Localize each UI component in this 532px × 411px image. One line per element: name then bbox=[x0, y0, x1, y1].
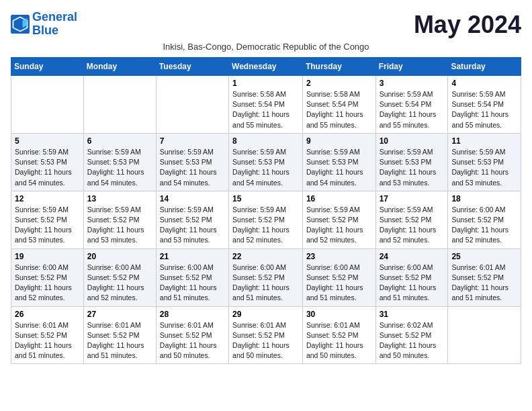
col-sunday: Sunday bbox=[11, 58, 84, 76]
calendar-cell: 5Sunrise: 5:59 AM Sunset: 5:53 PM Daylig… bbox=[11, 133, 84, 191]
day-number: 29 bbox=[232, 310, 299, 319]
calendar-cell: 7Sunrise: 5:59 AM Sunset: 5:53 PM Daylig… bbox=[156, 133, 228, 191]
day-info: Sunrise: 5:59 AM Sunset: 5:54 PM Dayligh… bbox=[451, 89, 517, 130]
day-info: Sunrise: 6:00 AM Sunset: 5:52 PM Dayligh… bbox=[232, 263, 299, 304]
day-info: Sunrise: 6:00 AM Sunset: 5:52 PM Dayligh… bbox=[87, 263, 152, 304]
day-number: 2 bbox=[306, 79, 372, 88]
calendar-cell: 29Sunrise: 6:01 AM Sunset: 5:52 PM Dayli… bbox=[229, 306, 303, 364]
calendar-week-row: 19Sunrise: 6:00 AM Sunset: 5:52 PM Dayli… bbox=[11, 248, 521, 306]
day-info: Sunrise: 6:01 AM Sunset: 5:52 PM Dayligh… bbox=[306, 320, 372, 361]
month-title: May 2024 bbox=[414, 11, 521, 39]
col-tuesday: Tuesday bbox=[156, 58, 228, 76]
day-number: 27 bbox=[87, 310, 152, 319]
day-info: Sunrise: 6:01 AM Sunset: 5:52 PM Dayligh… bbox=[451, 263, 517, 304]
day-number: 19 bbox=[15, 252, 80, 261]
calendar-cell: 30Sunrise: 6:01 AM Sunset: 5:52 PM Dayli… bbox=[302, 306, 375, 364]
calendar-cell: 6Sunrise: 5:59 AM Sunset: 5:53 PM Daylig… bbox=[83, 133, 156, 191]
day-info: Sunrise: 5:59 AM Sunset: 5:53 PM Dayligh… bbox=[15, 147, 80, 188]
subtitle: Inkisi, Bas-Congo, Democratic Republic o… bbox=[11, 42, 521, 52]
day-number: 31 bbox=[380, 310, 445, 319]
day-number: 14 bbox=[160, 194, 225, 203]
day-number: 12 bbox=[15, 194, 80, 203]
logo-icon bbox=[11, 15, 30, 34]
day-number: 9 bbox=[306, 136, 372, 146]
day-number: 10 bbox=[380, 136, 445, 146]
day-info: Sunrise: 5:59 AM Sunset: 5:53 PM Dayligh… bbox=[380, 147, 445, 188]
day-number: 5 bbox=[15, 136, 80, 146]
day-number: 6 bbox=[87, 136, 152, 146]
calendar-cell: 13Sunrise: 5:59 AM Sunset: 5:52 PM Dayli… bbox=[83, 191, 156, 248]
day-info: Sunrise: 6:01 AM Sunset: 5:52 PM Dayligh… bbox=[87, 320, 152, 361]
day-number: 18 bbox=[451, 194, 517, 203]
calendar-cell bbox=[11, 76, 84, 134]
day-info: Sunrise: 6:01 AM Sunset: 5:52 PM Dayligh… bbox=[160, 320, 225, 361]
calendar-cell: 12Sunrise: 5:59 AM Sunset: 5:52 PM Dayli… bbox=[11, 191, 84, 248]
calendar-cell: 28Sunrise: 6:01 AM Sunset: 5:52 PM Dayli… bbox=[156, 306, 228, 364]
col-saturday: Saturday bbox=[448, 58, 521, 76]
day-number: 25 bbox=[451, 252, 517, 261]
calendar-cell: 1Sunrise: 5:58 AM Sunset: 5:54 PM Daylig… bbox=[229, 76, 303, 134]
calendar-cell: 23Sunrise: 6:00 AM Sunset: 5:52 PM Dayli… bbox=[302, 248, 375, 306]
calendar-cell: 25Sunrise: 6:01 AM Sunset: 5:52 PM Dayli… bbox=[448, 248, 521, 306]
day-info: Sunrise: 5:59 AM Sunset: 5:52 PM Dayligh… bbox=[232, 205, 299, 246]
calendar-week-row: 5Sunrise: 5:59 AM Sunset: 5:53 PM Daylig… bbox=[11, 133, 521, 191]
day-info: Sunrise: 6:00 AM Sunset: 5:52 PM Dayligh… bbox=[15, 263, 80, 304]
calendar-cell: 3Sunrise: 5:59 AM Sunset: 5:54 PM Daylig… bbox=[375, 76, 448, 134]
day-number: 21 bbox=[160, 252, 225, 261]
day-number: 30 bbox=[306, 310, 372, 319]
calendar-cell: 22Sunrise: 6:00 AM Sunset: 5:52 PM Dayli… bbox=[229, 248, 303, 306]
calendar-week-row: 26Sunrise: 6:01 AM Sunset: 5:52 PM Dayli… bbox=[11, 306, 521, 364]
calendar-week-row: 12Sunrise: 5:59 AM Sunset: 5:52 PM Dayli… bbox=[11, 191, 521, 248]
day-info: Sunrise: 5:58 AM Sunset: 5:54 PM Dayligh… bbox=[232, 89, 299, 130]
calendar-cell: 20Sunrise: 6:00 AM Sunset: 5:52 PM Dayli… bbox=[83, 248, 156, 306]
day-number: 20 bbox=[87, 252, 152, 261]
day-info: Sunrise: 5:59 AM Sunset: 5:53 PM Dayligh… bbox=[232, 147, 299, 188]
day-info: Sunrise: 5:59 AM Sunset: 5:52 PM Dayligh… bbox=[160, 205, 225, 246]
day-number: 4 bbox=[451, 79, 517, 88]
day-info: Sunrise: 6:00 AM Sunset: 5:52 PM Dayligh… bbox=[160, 263, 225, 304]
calendar-cell bbox=[448, 306, 521, 364]
calendar-table: Sunday Monday Tuesday Wednesday Thursday… bbox=[11, 57, 521, 364]
col-wednesday: Wednesday bbox=[229, 58, 303, 76]
logo-text: General Blue bbox=[32, 11, 77, 38]
day-number: 8 bbox=[232, 136, 299, 146]
calendar-cell: 2Sunrise: 5:58 AM Sunset: 5:54 PM Daylig… bbox=[302, 76, 375, 134]
col-monday: Monday bbox=[83, 58, 156, 76]
day-number: 26 bbox=[15, 310, 80, 319]
day-info: Sunrise: 6:00 AM Sunset: 5:52 PM Dayligh… bbox=[451, 205, 517, 246]
calendar-cell: 24Sunrise: 6:00 AM Sunset: 5:52 PM Dayli… bbox=[375, 248, 448, 306]
calendar-cell: 26Sunrise: 6:01 AM Sunset: 5:52 PM Dayli… bbox=[11, 306, 84, 364]
day-info: Sunrise: 6:01 AM Sunset: 5:52 PM Dayligh… bbox=[232, 320, 299, 361]
calendar-cell: 8Sunrise: 5:59 AM Sunset: 5:53 PM Daylig… bbox=[229, 133, 303, 191]
day-info: Sunrise: 6:00 AM Sunset: 5:52 PM Dayligh… bbox=[306, 263, 372, 304]
day-info: Sunrise: 5:59 AM Sunset: 5:54 PM Dayligh… bbox=[380, 89, 445, 130]
calendar-cell: 4Sunrise: 5:59 AM Sunset: 5:54 PM Daylig… bbox=[448, 76, 521, 134]
day-number: 23 bbox=[306, 252, 372, 261]
day-info: Sunrise: 5:59 AM Sunset: 5:53 PM Dayligh… bbox=[306, 147, 372, 188]
calendar-cell: 15Sunrise: 5:59 AM Sunset: 5:52 PM Dayli… bbox=[229, 191, 303, 248]
day-number: 11 bbox=[451, 136, 517, 146]
day-number: 3 bbox=[380, 79, 445, 88]
calendar-cell: 17Sunrise: 5:59 AM Sunset: 5:52 PM Dayli… bbox=[375, 191, 448, 248]
calendar-cell: 16Sunrise: 5:59 AM Sunset: 5:52 PM Dayli… bbox=[302, 191, 375, 248]
calendar-header-row: Sunday Monday Tuesday Wednesday Thursday… bbox=[11, 58, 521, 76]
day-info: Sunrise: 6:01 AM Sunset: 5:52 PM Dayligh… bbox=[15, 320, 80, 361]
calendar-cell: 11Sunrise: 5:59 AM Sunset: 5:53 PM Dayli… bbox=[448, 133, 521, 191]
calendar-week-row: 1Sunrise: 5:58 AM Sunset: 5:54 PM Daylig… bbox=[11, 76, 521, 134]
page-header: General Blue May 2024 bbox=[11, 11, 521, 39]
calendar-cell: 27Sunrise: 6:01 AM Sunset: 5:52 PM Dayli… bbox=[83, 306, 156, 364]
calendar-cell bbox=[156, 76, 228, 134]
calendar-cell bbox=[83, 76, 156, 134]
day-info: Sunrise: 5:59 AM Sunset: 5:53 PM Dayligh… bbox=[160, 147, 225, 188]
calendar-cell: 19Sunrise: 6:00 AM Sunset: 5:52 PM Dayli… bbox=[11, 248, 84, 306]
day-info: Sunrise: 6:00 AM Sunset: 5:52 PM Dayligh… bbox=[380, 263, 445, 304]
day-number: 15 bbox=[232, 194, 299, 203]
day-number: 17 bbox=[380, 194, 445, 203]
day-info: Sunrise: 5:59 AM Sunset: 5:52 PM Dayligh… bbox=[306, 205, 372, 246]
calendar-cell: 10Sunrise: 5:59 AM Sunset: 5:53 PM Dayli… bbox=[375, 133, 448, 191]
calendar-cell: 21Sunrise: 6:00 AM Sunset: 5:52 PM Dayli… bbox=[156, 248, 228, 306]
day-number: 13 bbox=[87, 194, 152, 203]
day-number: 28 bbox=[160, 310, 225, 319]
calendar-cell: 14Sunrise: 5:59 AM Sunset: 5:52 PM Dayli… bbox=[156, 191, 228, 248]
day-info: Sunrise: 5:59 AM Sunset: 5:52 PM Dayligh… bbox=[87, 205, 152, 246]
